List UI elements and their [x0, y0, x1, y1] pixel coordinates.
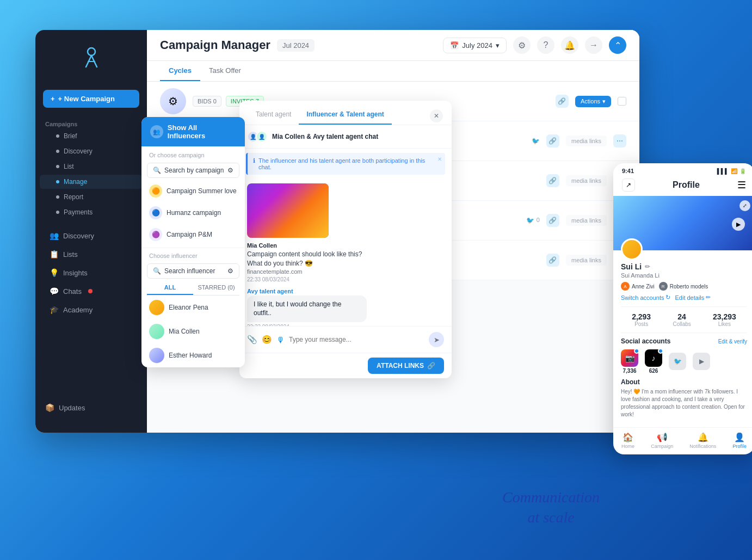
mobile-nav-campaign[interactable]: 📢 Campaign [651, 432, 673, 449]
sidebar-item-brief[interactable]: Brief [40, 129, 143, 143]
influencer-search-input[interactable]: 🔍 Search influencer ⚙ [147, 263, 239, 279]
notice-close-button[interactable]: ✕ [437, 156, 442, 162]
sidebar-item-discovery-main[interactable]: 👥 Discovery [40, 227, 143, 244]
link-icon-1[interactable]: 🔗 [556, 95, 569, 108]
help-button[interactable]: ? [537, 36, 554, 54]
campaign-search-input[interactable]: 🔍 Search by campaign ⚙ [147, 163, 239, 178]
twitter-icon[interactable]: 🐦 [669, 353, 686, 370]
settings-button[interactable]: ⚙ [513, 36, 531, 54]
tiktok-icon[interactable]: ♪ [645, 349, 662, 367]
sidebar-lists-label: Lists [63, 250, 78, 259]
notice-banner: ℹ The influencer and his talent agent ar… [246, 153, 445, 175]
row2-social-icons: 🐦 [532, 137, 540, 145]
switch-accounts-link[interactable]: Switch accounts ↻ [621, 294, 670, 301]
send-button[interactable]: ➤ [429, 332, 444, 347]
tab-all[interactable]: ALL [147, 281, 193, 295]
agency-badge: R Roberto models [659, 282, 708, 291]
instagram-icon[interactable]: 📷 [621, 349, 638, 367]
sidebar-item-manage[interactable]: Manage [40, 175, 143, 189]
profile-badges: A Anne Zivi R Roberto models [621, 282, 747, 291]
sidebar-bottom: 📦 Updates [35, 393, 147, 422]
new-campaign-button[interactable]: + + New Campaign [43, 90, 139, 108]
attach-links-bar: ATTACH LINKS 🔗 [239, 353, 452, 378]
mobile-nav-home[interactable]: 🏠 Home [621, 432, 634, 449]
row1-checkbox[interactable] [618, 97, 626, 106]
sidebar-report-label: Report [64, 193, 83, 201]
attach-links-label: ATTACH LINKS [377, 362, 424, 370]
tab-cycles[interactable]: Cycles [160, 61, 200, 81]
influencer-item-mia[interactable]: Mia Collen [141, 319, 245, 343]
chat-panel: Talent agent Influencer & Talent agent ✕… [239, 101, 452, 378]
youtube-icon[interactable]: ▶ [693, 353, 710, 370]
link-icon-3[interactable]: 🔗 [546, 174, 559, 187]
tab-starred[interactable]: STARRED (0) [193, 281, 239, 295]
campaign-pm-label: Campaign P&M [167, 231, 212, 238]
mobile-menu-icon[interactable]: ☰ [737, 179, 746, 191]
edit-details-link[interactable]: Edit details ✏ [675, 294, 711, 301]
mobile-nav-notifications[interactable]: 🔔 Notifications [689, 432, 716, 449]
notifications-button[interactable]: 🔔 [561, 36, 578, 54]
mobile-nav-top: ↗ Profile ☰ [613, 176, 752, 196]
chat-close-button[interactable]: ✕ [430, 109, 443, 122]
user-avatar[interactable]: ⌃ [609, 36, 626, 54]
mobile-play-button[interactable]: ▶ [732, 218, 745, 231]
insights-icon: 💡 [50, 268, 59, 277]
influencer-item-eleanor[interactable]: Eleanor Pena [141, 296, 245, 319]
campaign-humanz-label: Humanz campaign [167, 209, 221, 217]
sidebar-item-chats[interactable]: 💬 Chats [40, 282, 143, 300]
plus-icon: + [51, 95, 55, 103]
chat-tabs: Talent agent Influencer & Talent agent [248, 107, 392, 125]
sidebar-list-label: List [64, 163, 74, 170]
chat-tabs-header: Talent agent Influencer & Talent agent ✕ [239, 101, 452, 125]
sidebar-item-lists[interactable]: 📋 Lists [40, 245, 143, 263]
emoji-icon[interactable]: 😊 [262, 335, 272, 344]
agent-bubble: I like it, but I would change the outfit… [247, 296, 367, 323]
row2-action-icon[interactable]: ⋯ [613, 134, 626, 147]
tiktok-count: 626 [649, 368, 658, 374]
brief-dot [56, 134, 59, 138]
notifications-nav-label: Notifications [689, 444, 716, 449]
link-icon-5[interactable]: 🔗 [546, 254, 559, 267]
external-link-icon[interactable]: ↗ [622, 179, 635, 192]
sidebar-item-discovery[interactable]: Discovery [40, 144, 143, 158]
tab-talent-agent[interactable]: Talent agent [248, 107, 299, 125]
social-section: Social accounts Edit & verify 📷 7,336 ♪ [621, 337, 747, 374]
switch-icon: ↻ [665, 294, 670, 301]
month-selector[interactable]: 📅 July 2024 ▾ [443, 38, 507, 53]
sidebar: + + New Campaign Campaigns Brief Discove… [35, 30, 147, 433]
attachment-icon[interactable]: 📎 [247, 335, 257, 344]
dropdown-campaign-pm[interactable]: 🟣 Campaign P&M [141, 224, 245, 245]
sidebar-item-academy[interactable]: 🎓 Academy [40, 301, 143, 318]
chat-input-area: 📎 😊 🎙 ➤ [239, 326, 452, 353]
attach-links-button[interactable]: ATTACH LINKS 🔗 [368, 358, 444, 374]
media-links-4: media links [566, 215, 607, 226]
logout-button[interactable]: → [585, 36, 602, 54]
mobile-profile-card: 9:41 ▌▌▌ 📶 🔋 ↗ Profile ☰ ⤢ ▶ Sui Li ✏ Su… [613, 163, 752, 454]
sidebar-updates-label: Updates [59, 404, 85, 412]
mobile-bottom-nav: 🏠 Home 📢 Campaign 🔔 Notifications 👤 Prof… [613, 427, 752, 454]
edit-icon[interactable]: ✏ [645, 263, 650, 270]
list-dot [56, 165, 59, 168]
mic-icon[interactable]: 🎙 [276, 335, 285, 344]
social-icons: 📷 7,336 ♪ 626 🐦 [621, 349, 747, 374]
sidebar-item-report[interactable]: Report [40, 190, 143, 204]
message-input[interactable] [289, 336, 424, 343]
sidebar-item-updates[interactable]: 📦 Updates [40, 399, 143, 416]
edit-verify-link[interactable]: Edit & verify [718, 339, 747, 344]
campaign-dropdown[interactable]: 👥 Show All Influencers Or choose campaig… [141, 117, 245, 367]
sidebar-item-list[interactable]: List [40, 159, 143, 174]
expand-icon[interactable]: ⤢ [739, 200, 750, 211]
tab-task-offer[interactable]: Task Offer [200, 61, 250, 81]
dropdown-campaign-summer-love[interactable]: 🟠 Campaign Summer love [141, 180, 245, 202]
tab-influencer-talent[interactable]: Influencer & Talent agent [299, 107, 391, 125]
sidebar-item-insights[interactable]: 💡 Insights [40, 264, 143, 281]
link-icon-4[interactable]: 🔗 [546, 214, 559, 227]
sidebar-item-payments[interactable]: Payments [40, 205, 143, 219]
dropdown-campaign-humanz[interactable]: 🔵 Humanz campaign [141, 202, 245, 224]
academy-icon: 🎓 [50, 305, 59, 314]
show-all-influencers-button[interactable]: 👥 Show All Influencers [141, 117, 245, 146]
link-icon-2[interactable]: 🔗 [546, 134, 559, 147]
mobile-nav-profile[interactable]: 👤 Profile [732, 432, 747, 449]
actions-dropdown-1[interactable]: Actions ▾ [575, 96, 611, 107]
influencer-item-esther[interactable]: Esther Howard [141, 343, 245, 367]
